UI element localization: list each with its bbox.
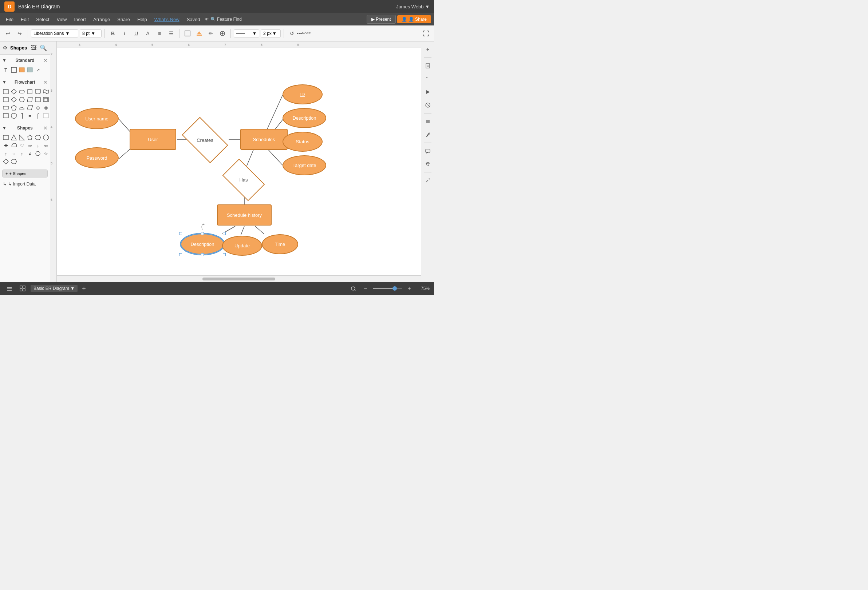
resize-handle-br[interactable]	[223, 253, 226, 256]
scrollbar-thumb-horizontal[interactable]	[202, 278, 275, 281]
sh-diamond[interactable]	[2, 158, 9, 165]
schedule-history-node[interactable]: Schedule history	[217, 205, 272, 225]
dropper-panel-btn[interactable]	[423, 129, 433, 140]
blue-rect-shape[interactable]	[26, 66, 34, 74]
user-menu[interactable]: James Webb ▼	[396, 4, 430, 9]
bold-button[interactable]: B	[108, 28, 118, 38]
sh-star[interactable]: ☆	[42, 150, 50, 157]
menu-view[interactable]: View	[54, 15, 70, 24]
clock-panel-btn[interactable]	[423, 100, 433, 110]
target-date-node[interactable]: Target date	[282, 155, 326, 175]
sh-heart[interactable]: ♡	[18, 142, 25, 149]
fc-rect4[interactable]	[34, 96, 41, 103]
sh-hex[interactable]	[34, 134, 41, 141]
sh-rect[interactable]	[2, 134, 9, 141]
menu-file[interactable]: File	[3, 15, 16, 24]
grid-view-button[interactable]	[18, 283, 28, 294]
fc-parallelogram2[interactable]	[26, 104, 34, 111]
fc-white-rect[interactable]	[42, 112, 50, 119]
sh-up-arrow[interactable]: ↑	[2, 150, 9, 157]
standard-section-header[interactable]: ▼ Standard ✕	[2, 56, 48, 65]
fc-rect3[interactable]	[2, 96, 9, 103]
arrow-shape[interactable]: ↗	[34, 66, 41, 74]
resize-handle-tl[interactable]	[179, 232, 182, 235]
horizontal-scrollbar[interactable]	[57, 275, 421, 282]
flowchart-close-icon[interactable]: ✕	[43, 79, 48, 85]
search-icon[interactable]: 🔍	[40, 44, 47, 51]
menu-share[interactable]: Share	[114, 15, 133, 24]
fc-diamond[interactable]	[10, 88, 18, 95]
menu-saved[interactable]: Saved	[184, 15, 203, 24]
list-button[interactable]: ☰	[166, 28, 176, 38]
import-data-button[interactable]: ↳ ↳ Import Data	[0, 179, 50, 189]
sh-hex2[interactable]	[10, 158, 18, 165]
zoom-slider[interactable]	[373, 288, 402, 289]
collapse-panel-btn[interactable]	[423, 44, 433, 54]
fc-rect5[interactable]	[2, 104, 9, 111]
add-shapes-button[interactable]: + + Shapes	[2, 169, 48, 178]
sh-cross[interactable]: ✚	[2, 142, 9, 149]
fc-brace[interactable]: ⎧	[34, 112, 41, 119]
line-style-selector[interactable]: —— ▼	[234, 29, 259, 37]
status-node[interactable]: Status	[282, 132, 323, 152]
fc-rect2[interactable]	[26, 88, 34, 95]
fc-shield[interactable]	[10, 112, 18, 119]
feature-find-btn[interactable]: 👁 🔍 Feature Find	[205, 17, 242, 22]
fc-arc[interactable]	[18, 104, 25, 111]
standard-close-icon[interactable]: ✕	[43, 57, 48, 63]
rect-shape[interactable]	[10, 66, 18, 74]
canvas[interactable]: User name Password User Creates Schedule…	[57, 48, 421, 275]
menu-help[interactable]: Help	[134, 15, 150, 24]
more-button[interactable]: •••MORE	[298, 28, 309, 38]
sh-v-arrow[interactable]: ↕	[18, 150, 25, 157]
orange-rect-shape[interactable]	[18, 66, 25, 74]
resize-handle-bl[interactable]	[179, 253, 182, 256]
fc-stadium[interactable]	[18, 88, 25, 95]
shapes-close-icon[interactable]: ✕	[43, 125, 48, 131]
sh-pentagon[interactable]	[26, 134, 34, 141]
zoom-fit-button[interactable]	[348, 283, 358, 294]
sh-left-arrow[interactable]: ⇐	[42, 142, 50, 149]
sh-right-tri[interactable]	[18, 134, 25, 141]
text-shape[interactable]: T	[2, 66, 9, 74]
underline-button[interactable]: U	[131, 28, 141, 38]
schedules-node[interactable]: Schedules	[240, 129, 288, 150]
menu-insert[interactable]: Insert	[71, 15, 89, 24]
magic-panel-btn[interactable]	[423, 175, 433, 185]
shape-outline-button[interactable]	[182, 28, 193, 38]
fc-bracket[interactable]: ⎤	[18, 112, 25, 119]
list-view-button[interactable]	[4, 283, 15, 294]
fill-color-button[interactable]	[194, 28, 204, 38]
fc-lines[interactable]: =	[26, 112, 34, 119]
fc-rect[interactable]	[2, 88, 9, 95]
sh-bend-arrow[interactable]: ↲	[26, 150, 34, 157]
font-selector[interactable]: Liberation Sans ▼	[31, 29, 78, 37]
sh-triangle[interactable]	[10, 134, 18, 141]
user-name-node[interactable]: User name	[75, 108, 119, 129]
align-button[interactable]: ≡	[154, 28, 165, 38]
comment-panel-btn[interactable]	[423, 146, 433, 156]
redo-button[interactable]: ↪	[15, 28, 25, 38]
menu-whats-new[interactable]: What's New	[152, 15, 182, 24]
description-top-node[interactable]: Description	[282, 108, 326, 128]
image-icon[interactable]: 🖼	[31, 45, 37, 51]
fc-cross[interactable]: ⊗	[42, 104, 50, 111]
time-node[interactable]: Time	[262, 234, 298, 254]
fullscreen-button[interactable]	[421, 28, 431, 38]
has-node[interactable]: Has	[225, 168, 262, 192]
canvas-area[interactable]: 3 4 5 6 7 8 9 2 3 4 5 6	[50, 41, 421, 282]
fc-doc[interactable]	[34, 88, 41, 95]
fc-parallelogram[interactable]	[26, 96, 34, 103]
id-node[interactable]: ID	[282, 84, 323, 104]
present-button[interactable]: ▶ Present	[367, 15, 396, 24]
menu-arrange[interactable]: Arrange	[90, 15, 113, 24]
font-size-selector[interactable]: 8 pt ▼	[80, 29, 102, 37]
menu-select[interactable]: Select	[33, 15, 52, 24]
edit-shape-button[interactable]	[217, 28, 227, 38]
quote-panel-btn[interactable]: "	[423, 74, 433, 84]
add-page-button[interactable]: +	[82, 285, 86, 293]
fc-pentagon[interactable]	[10, 104, 18, 111]
update-node[interactable]: Update	[222, 236, 262, 256]
line-width-selector[interactable]: 2 px ▼	[261, 29, 281, 37]
flowchart-section-header[interactable]: ▼ Flowchart ✕	[2, 78, 48, 87]
